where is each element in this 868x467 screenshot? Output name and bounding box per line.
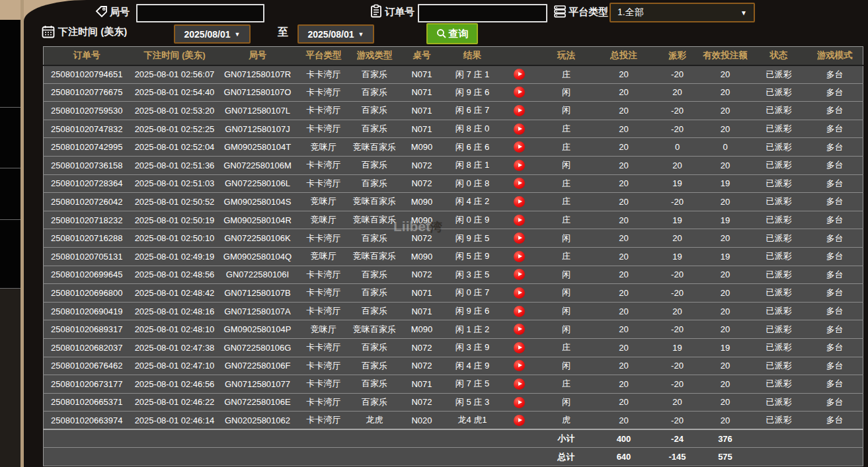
cell-result: 闲 6 庄 7 bbox=[446, 102, 499, 120]
cell-mode: 多台 bbox=[807, 393, 863, 412]
cell-total: 20 bbox=[593, 229, 655, 248]
cell-platform: 卡卡湾厅 bbox=[296, 338, 352, 357]
cell-game: 百家乐 bbox=[352, 357, 398, 375]
cell-replay bbox=[499, 65, 540, 84]
total-bet-sum: 400 bbox=[593, 429, 655, 448]
cell-bet: 闲 bbox=[540, 302, 593, 320]
cell-table: N072 bbox=[398, 393, 446, 412]
cell-payout: 20 bbox=[655, 302, 700, 320]
round-number-input[interactable] bbox=[136, 4, 264, 22]
replay-play-icon[interactable] bbox=[514, 378, 525, 390]
replay-play-icon[interactable] bbox=[514, 287, 525, 299]
table-row: 2508010206996452025-08-01 02:48:56GN0722… bbox=[44, 266, 863, 284]
cell-game: 百家乐 bbox=[352, 338, 398, 357]
replay-play-icon[interactable] bbox=[514, 360, 525, 371]
cell-mode: 多台 bbox=[807, 412, 863, 430]
replay-play-icon[interactable] bbox=[514, 105, 525, 116]
cell-replay bbox=[499, 120, 540, 138]
replay-play-icon[interactable] bbox=[514, 124, 525, 135]
replay-play-icon[interactable] bbox=[514, 324, 525, 335]
cell-bet: 闲 bbox=[540, 266, 593, 284]
total-label: 总计 bbox=[540, 448, 593, 466]
cell-time: 2025-08-01 02:48:10 bbox=[130, 320, 219, 339]
replay-play-icon[interactable] bbox=[514, 397, 525, 408]
replay-play-icon[interactable] bbox=[514, 306, 525, 317]
order-number-input[interactable] bbox=[418, 4, 547, 22]
cell-time: 2025-08-01 02:48:16 bbox=[130, 302, 219, 320]
cell-total: 20 bbox=[593, 375, 655, 394]
cell-replay bbox=[499, 375, 540, 394]
cell-replay bbox=[499, 156, 540, 174]
cell-total: 20 bbox=[593, 138, 655, 157]
cell-result: 闲 1 庄 2 bbox=[446, 320, 499, 339]
cell-status: 已派彩 bbox=[751, 247, 807, 266]
cell-payout: -20 bbox=[655, 266, 700, 284]
cell-time: 2025-08-01 02:53:20 bbox=[130, 102, 219, 120]
cell-status: 已派彩 bbox=[751, 193, 807, 211]
cell-table: M090 bbox=[398, 320, 446, 339]
replay-play-icon[interactable] bbox=[514, 160, 525, 171]
table-row: 2508010207051312025-08-01 02:49:19GM0902… bbox=[44, 247, 863, 266]
cell-result: 闲 6 庄 6 bbox=[446, 138, 499, 157]
round-number-label: 局号 bbox=[110, 6, 130, 18]
platform-type-select[interactable]: 1.全部 ▼ bbox=[610, 3, 755, 22]
cell-platform: 卡卡湾厅 bbox=[296, 302, 352, 320]
total-empty-cell bbox=[807, 448, 863, 466]
cell-bet: 闲 bbox=[540, 284, 593, 303]
replay-play-icon[interactable] bbox=[514, 269, 525, 280]
cell-table: N072 bbox=[398, 266, 446, 284]
date-to-picker[interactable]: 2025/08/01 ▼ bbox=[297, 24, 374, 44]
cell-round: GM0902580104T bbox=[219, 138, 296, 157]
cell-mode: 多台 bbox=[807, 320, 863, 339]
cell-round: GN02025801062 bbox=[219, 412, 296, 430]
cell-bet: 庄 bbox=[540, 174, 593, 193]
total-bet-sum: 640 bbox=[593, 448, 655, 466]
replay-play-icon[interactable] bbox=[514, 87, 525, 98]
replay-play-icon[interactable] bbox=[514, 215, 525, 226]
total-empty-cell bbox=[352, 448, 398, 466]
replay-play-icon[interactable] bbox=[514, 342, 525, 353]
cell-game: 百家乐 bbox=[352, 284, 398, 303]
cell-game: 竞咪百家乐 bbox=[352, 138, 398, 157]
cell-round: GM0902580104R bbox=[219, 211, 296, 229]
table-row: 2508010206639742025-08-01 02:46:14GN0202… bbox=[44, 412, 863, 430]
order-number-label: 订单号 bbox=[385, 6, 414, 18]
cell-payout: 19 bbox=[655, 247, 700, 266]
table-header-row: 订单号下注时间 (美东)局号平台类型游戏类型桌号结果玩法总投注派彩有效投注额状态… bbox=[44, 47, 863, 65]
cell-valid: 20 bbox=[700, 284, 751, 303]
cell-round: GN0722580106L bbox=[219, 174, 296, 193]
cell-platform: 卡卡湾厅 bbox=[296, 266, 352, 284]
date-from-picker[interactable]: 2025/08/01 ▼ bbox=[174, 24, 251, 44]
replay-play-icon[interactable] bbox=[514, 178, 525, 189]
cell-status: 已派彩 bbox=[751, 229, 807, 248]
replay-play-icon[interactable] bbox=[514, 141, 525, 153]
replay-play-icon[interactable] bbox=[514, 196, 525, 207]
cell-order: 250801020682037 bbox=[44, 338, 130, 357]
cell-status: 已派彩 bbox=[751, 320, 807, 339]
cell-table: N071 bbox=[398, 65, 446, 84]
total-empty-cell bbox=[130, 448, 219, 466]
cell-payout: -20 bbox=[655, 193, 700, 211]
replay-play-icon[interactable] bbox=[514, 69, 525, 80]
cell-mode: 多台 bbox=[807, 357, 863, 375]
cell-result: 闲 4 庄 9 bbox=[446, 357, 499, 375]
cell-valid: 20 bbox=[700, 229, 751, 248]
cell-table: N072 bbox=[398, 229, 446, 248]
cell-total: 20 bbox=[593, 302, 655, 320]
cell-round: GN0722580106M bbox=[219, 156, 296, 174]
cell-status: 已派彩 bbox=[751, 83, 807, 102]
replay-play-icon[interactable] bbox=[514, 415, 525, 426]
cell-round: GN0722580106E bbox=[219, 393, 296, 412]
platform-list-icon bbox=[553, 4, 567, 18]
cell-order: 250801020663974 bbox=[44, 412, 130, 430]
cell-mode: 多台 bbox=[807, 229, 863, 248]
cell-game: 竞咪百家乐 bbox=[352, 211, 398, 229]
cell-table: N072 bbox=[398, 338, 446, 357]
cell-payout: 20 bbox=[655, 229, 700, 248]
cell-order: 250801020690419 bbox=[44, 302, 130, 320]
replay-play-icon[interactable] bbox=[514, 251, 525, 262]
header-cell-13: 游戏模式 bbox=[807, 47, 863, 65]
replay-play-icon[interactable] bbox=[514, 233, 525, 244]
query-button[interactable]: 查询 bbox=[426, 23, 478, 44]
cell-platform: 卡卡湾厅 bbox=[296, 284, 352, 303]
